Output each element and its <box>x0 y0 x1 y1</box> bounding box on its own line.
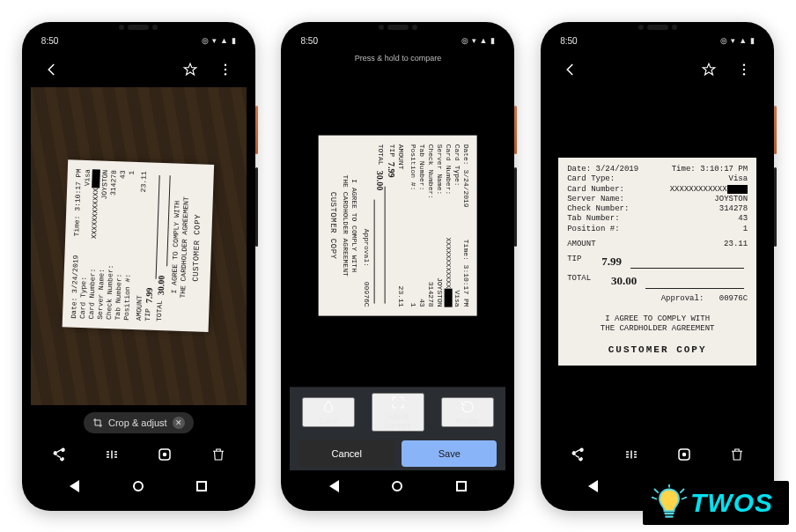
favorite-button[interactable] <box>176 55 204 84</box>
lightbulb-icon <box>650 484 689 523</box>
delete-button[interactable] <box>204 440 232 469</box>
nav-recent-button[interactable] <box>196 481 207 491</box>
status-icon: ◎ <box>461 37 468 45</box>
photo-wood-background: Date: 3/24/2019Time: 3:10:17 PM Card Typ… <box>31 87 247 405</box>
android-navbar <box>31 470 247 502</box>
favorite-button[interactable] <box>695 55 723 84</box>
status-clock: 8:50 <box>41 36 58 46</box>
chip-label: Crop & adjust <box>108 417 167 428</box>
content-area: Date: 3/24/2019Time: 3:10:17 PM Card Typ… <box>290 66 505 470</box>
status-clock: 8:50 <box>560 36 577 46</box>
photo-viewport[interactable]: Date: 3/24/2019Time: 3:10:17 PM Card Typ… <box>549 87 765 437</box>
signal-icon: ▲ <box>220 37 228 45</box>
content-area: Date: 3/24/2019Time: 3:10:17 PM Card Typ… <box>549 87 765 470</box>
app-header <box>549 52 765 87</box>
rotate-icon <box>460 399 475 415</box>
battery-icon: ▮ <box>750 37 755 45</box>
crop-viewport[interactable]: Date: 3/24/2019Time: 3:10:17 PM Card Typ… <box>290 66 505 387</box>
phone-frame-1: 8:50 ◎ ▾ ▲ ▮ <box>22 22 255 511</box>
back-button[interactable] <box>38 55 66 84</box>
color-tool[interactable]: Color <box>302 397 355 427</box>
phone-notch <box>376 25 420 30</box>
three-phone-layout: 8:50 ◎ ▾ ▲ ▮ <box>0 0 796 532</box>
battery-icon: ▮ <box>232 37 236 45</box>
signal-icon: ▲ <box>480 37 488 45</box>
lens-button[interactable] <box>670 440 698 469</box>
overflow-menu-button[interactable] <box>211 55 240 84</box>
nav-recent-button[interactable] <box>456 481 467 491</box>
svg-point-4 <box>163 452 167 456</box>
status-bar: 8:50 ◎ ▾ ▲ ▮ <box>290 31 505 52</box>
crop-tools-panel: Color Adjust corners Rotate Cancel <box>290 387 505 470</box>
bottom-toolbar <box>31 437 247 470</box>
svg-point-9 <box>682 452 687 456</box>
phone-frame-2: 8:50 ◎ ▾ ▲ ▮ Press & hold to compare Dat… <box>281 22 514 511</box>
rotate-tool[interactable]: Rotate <box>441 397 494 427</box>
nav-back-button[interactable] <box>588 480 598 492</box>
nav-home-button[interactable] <box>133 481 144 491</box>
share-button[interactable] <box>45 440 73 469</box>
save-button[interactable]: Save <box>402 440 498 467</box>
cancel-button[interactable]: Cancel <box>298 440 394 467</box>
adjust-corners-tool[interactable]: Adjust corners <box>372 393 424 432</box>
phone-notch <box>636 25 680 30</box>
status-bar: 8:50 ◎ ▾ ▲ ▮ <box>31 31 247 52</box>
signal-icon: ▲ <box>739 37 747 45</box>
brand-watermark: TWOS <box>643 481 789 525</box>
phone-notch <box>116 25 160 30</box>
brand-label: TWOS <box>690 488 773 517</box>
photo-viewport[interactable]: Date: 3/24/2019Time: 3:10:17 PM Card Typ… <box>31 87 247 405</box>
battery-icon: ▮ <box>490 37 495 45</box>
back-button[interactable] <box>556 55 585 84</box>
svg-point-6 <box>743 68 745 70</box>
receipt-photo-rotated: Date: 3/24/2019Time: 3:10:17 PM Card Typ… <box>63 159 215 332</box>
svg-point-1 <box>225 68 226 70</box>
phone-frame-3: 8:50 ◎ ▾ ▲ ▮ <box>541 22 774 511</box>
svg-point-7 <box>743 73 745 75</box>
wifi-icon: ▾ <box>731 37 735 45</box>
nav-back-button[interactable] <box>70 480 79 492</box>
receipt-cropped: Date: 3/24/2019Time: 3:10:17 PM Card Typ… <box>319 136 477 316</box>
status-bar: 8:50 ◎ ▾ ▲ ▮ <box>549 31 765 52</box>
wifi-icon: ▾ <box>472 37 476 45</box>
svg-point-2 <box>225 73 226 75</box>
close-chip-icon[interactable]: ✕ <box>173 417 185 429</box>
receipt-final: Date: 3/24/2019Time: 3:10:17 PM Card Typ… <box>558 158 756 366</box>
adjust-corners-label: Adjust corners <box>373 412 423 430</box>
nav-home-button[interactable] <box>392 481 402 491</box>
android-navbar <box>290 470 505 502</box>
lens-button[interactable] <box>151 440 179 469</box>
edit-button[interactable] <box>617 440 645 469</box>
bottom-toolbar <box>549 437 765 470</box>
crop-adjust-chip[interactable]: Crop & adjust ✕ <box>84 412 194 433</box>
adjust-corners-icon <box>390 395 406 410</box>
edit-button[interactable] <box>98 440 126 469</box>
press-hold-hint: Press & hold to compare <box>290 52 505 66</box>
overflow-menu-button[interactable] <box>730 55 758 84</box>
delete-button[interactable] <box>723 440 751 469</box>
phone-screen-2: 8:50 ◎ ▾ ▲ ▮ Press & hold to compare Dat… <box>290 31 505 502</box>
wifi-icon: ▾ <box>212 37 217 45</box>
svg-point-0 <box>225 63 226 65</box>
color-label: Color <box>319 417 338 425</box>
svg-point-5 <box>743 63 745 65</box>
nav-back-button[interactable] <box>329 480 339 492</box>
content-area: Date: 3/24/2019Time: 3:10:17 PM Card Typ… <box>31 87 247 470</box>
color-icon <box>321 399 336 415</box>
status-icon: ◎ <box>202 37 209 45</box>
share-button[interactable] <box>564 440 592 469</box>
rotate-label: Rotate <box>456 417 480 425</box>
status-clock: 8:50 <box>300 36 317 46</box>
status-icon: ◎ <box>720 37 727 45</box>
crop-icon <box>92 417 103 428</box>
phone-screen-3: 8:50 ◎ ▾ ▲ ▮ <box>549 31 765 502</box>
app-header <box>31 52 247 87</box>
phone-screen-1: 8:50 ◎ ▾ ▲ ▮ <box>31 31 247 502</box>
